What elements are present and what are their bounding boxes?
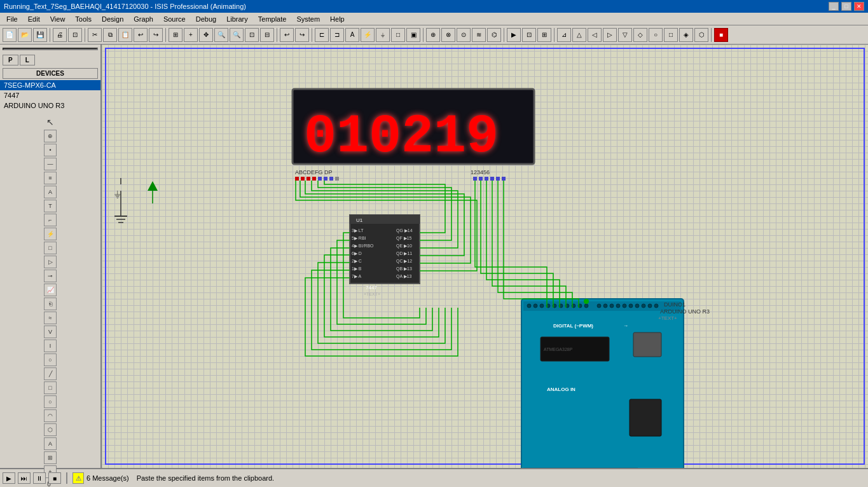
mode-box[interactable]: □: [44, 381, 57, 394]
mode-wire[interactable]: —: [44, 158, 57, 170]
tb-bus[interactable]: ⊐: [330, 28, 344, 42]
tb-copy[interactable]: ⧉: [103, 28, 117, 42]
tb-zoomfit[interactable]: ⊡: [245, 28, 259, 42]
play-button[interactable]: ▶: [3, 472, 15, 484]
menu-tools[interactable]: Tools: [70, 14, 97, 24]
tb-open[interactable]: 📂: [18, 28, 32, 42]
tb-gnd[interactable]: ⏚: [376, 28, 390, 42]
preview-area: 01 7447: [3, 48, 98, 50]
maximize-button[interactable]: □: [841, 2, 851, 11]
tb-port[interactable]: □: [391, 28, 405, 42]
mode-pointer[interactable]: ↖: [44, 116, 57, 128]
menu-debug[interactable]: Debug: [191, 14, 221, 24]
device-7447[interactable]: 7447: [0, 90, 100, 100]
tb-save[interactable]: 💾: [33, 28, 47, 42]
tb-probe2[interactable]: ⊗: [441, 28, 455, 42]
mode-text[interactable]: T: [44, 200, 57, 212]
close-button[interactable]: ✕: [854, 2, 864, 11]
pause-button[interactable]: ⏸: [33, 472, 46, 484]
tb-virt9[interactable]: ◈: [679, 28, 693, 42]
mode-poly[interactable]: ⬡: [44, 423, 57, 436]
tb-virt2[interactable]: △: [572, 28, 586, 42]
mode-graph[interactable]: 📈: [44, 284, 57, 296]
tb-hier[interactable]: ▣: [406, 28, 420, 42]
tb-virt1[interactable]: ⊿: [557, 28, 571, 42]
preview-schematic: 01 7447: [4, 49, 98, 50]
tb-virt4[interactable]: ▷: [603, 28, 617, 42]
menu-library[interactable]: Library: [221, 14, 253, 24]
mode-circle[interactable]: ○: [44, 395, 57, 408]
mode-terminal[interactable]: ▷: [44, 256, 57, 268]
tb-power[interactable]: ⚡: [361, 28, 375, 42]
mode-gen[interactable]: ≈: [44, 312, 57, 324]
mode-tape[interactable]: ⎗: [44, 298, 57, 310]
tb-add[interactable]: +: [184, 28, 198, 42]
tab-l[interactable]: L: [20, 55, 35, 65]
mode-virtual[interactable]: ○: [44, 353, 57, 366]
tb-virt5[interactable]: ▽: [618, 28, 632, 42]
stop-button[interactable]: ■: [48, 472, 61, 484]
mode-bus[interactable]: ≡: [44, 172, 57, 184]
device-arduino[interactable]: ARDUINO UNO R3: [0, 100, 100, 111]
tb-sim1[interactable]: ▶: [507, 28, 521, 42]
menu-source[interactable]: Source: [158, 14, 191, 24]
mode-power[interactable]: ⚡: [44, 228, 57, 240]
mode-junction[interactable]: •: [44, 144, 57, 156]
mode-text2[interactable]: A: [44, 437, 57, 450]
tab-p[interactable]: P: [3, 55, 18, 65]
mode-volt-probe[interactable]: V: [44, 326, 57, 338]
step-forward-button[interactable]: ⏭: [18, 472, 31, 484]
grid-background: [102, 45, 868, 468]
tb-new[interactable]: 📄: [3, 28, 17, 42]
menu-graph[interactable]: Graph: [128, 14, 158, 24]
tb-virt8[interactable]: □: [664, 28, 678, 42]
tb-virt7[interactable]: ○: [649, 28, 663, 42]
mode-bus-entry[interactable]: ⌐: [44, 214, 57, 226]
tb-block[interactable]: ⊞: [169, 28, 183, 42]
tb-virt6[interactable]: ◇: [633, 28, 647, 42]
menu-file[interactable]: File: [1, 14, 23, 24]
tb-ann[interactable]: ⌬: [487, 28, 501, 42]
tb-zoomin[interactable]: 🔍: [214, 28, 228, 42]
tb-virt3[interactable]: ◁: [588, 28, 602, 42]
tb-paste[interactable]: 📋: [118, 28, 132, 42]
mode-subcircuit[interactable]: □: [44, 242, 57, 254]
tb-virt10[interactable]: ⬡: [694, 28, 708, 42]
tb-tap[interactable]: ⊙: [457, 28, 471, 42]
menu-design[interactable]: Design: [97, 14, 128, 24]
tb-probe[interactable]: ⊕: [426, 28, 440, 42]
tb-tag1[interactable]: ↩: [280, 28, 294, 42]
tb-cut[interactable]: ✂: [88, 28, 102, 42]
menu-edit[interactable]: Edit: [23, 14, 45, 24]
canvas-area[interactable]: ⏚ 010219 ABCDEFG DP 123456: [102, 45, 868, 468]
tb-undo[interactable]: ↩: [134, 28, 148, 42]
menu-view[interactable]: View: [45, 14, 71, 24]
tb-zoomout[interactable]: 🔍: [230, 28, 244, 42]
mode-line[interactable]: ╱: [44, 367, 57, 380]
tb-zoomall[interactable]: ⊟: [260, 28, 274, 42]
tb-label[interactable]: A: [345, 28, 359, 42]
menu-system[interactable]: System: [291, 14, 325, 24]
mode-pin[interactable]: ⊸: [44, 270, 57, 282]
tb-sim3[interactable]: ⊞: [537, 28, 551, 42]
tb-tag2[interactable]: ↪: [295, 28, 309, 42]
minimize-button[interactable]: _: [829, 2, 839, 11]
device-7seg[interactable]: 7SEG-MPX6-CA: [0, 80, 100, 90]
tb-redo[interactable]: ↪: [149, 28, 163, 42]
tb-print[interactable]: 🖨: [53, 28, 67, 42]
tb-sep8: [554, 28, 555, 42]
mode-component[interactable]: ⊕: [44, 130, 57, 142]
menu-help[interactable]: Help: [325, 14, 350, 24]
mode-label[interactable]: A: [44, 186, 57, 198]
tb-print2[interactable]: ⊡: [68, 28, 82, 42]
tb-sim2[interactable]: ⊡: [522, 28, 536, 42]
tb-move[interactable]: ✥: [199, 28, 213, 42]
tb-gen[interactable]: ≋: [472, 28, 486, 42]
tb-wire[interactable]: ⊏: [315, 28, 329, 42]
mode-curr-probe[interactable]: I: [44, 340, 57, 352]
tb-red[interactable]: ■: [714, 28, 728, 42]
menu-template[interactable]: Template: [253, 14, 292, 24]
mode-sym[interactable]: ⊞: [44, 451, 57, 464]
mode-arc[interactable]: ◠: [44, 409, 57, 422]
tb-sep3: [165, 28, 166, 42]
